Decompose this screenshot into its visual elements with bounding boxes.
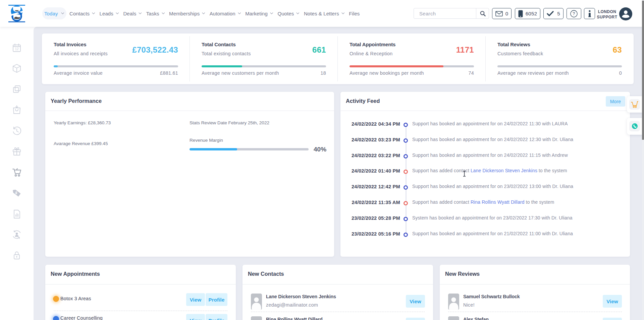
svg-text:12: 12: [15, 47, 19, 51]
svg-text:?: ?: [573, 11, 575, 16]
